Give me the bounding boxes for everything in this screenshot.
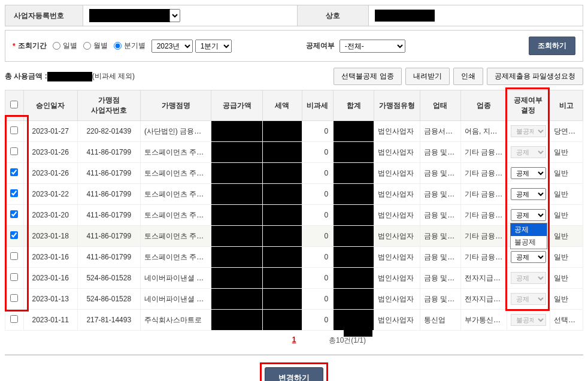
cell-kind: 기타 금융…: [460, 226, 507, 247]
cell-bizno: 411-86-01799: [77, 184, 140, 205]
pager: 1 총10건(1/1): [5, 335, 583, 344]
cell-name: 주식회사스마트로: [140, 310, 211, 331]
cell-note: 일반: [550, 184, 583, 205]
table-row: 2023-01-22411-86-01799토스페이먼츠 주식…0법인사업자금융…: [5, 184, 583, 205]
col-supply-header: 공급가액: [211, 90, 263, 121]
cell-kind: 기타 금융…: [460, 247, 507, 268]
deduct-select[interactable]: 공제불공제: [511, 125, 546, 137]
deduct-select[interactable]: 공제불공제: [511, 146, 546, 158]
col-biztype-header: 가맹점유형: [374, 90, 420, 121]
cell-category: 금융 및…: [420, 226, 460, 247]
cell-total: [334, 184, 374, 205]
deduct-filter-select[interactable]: -전체-: [340, 40, 405, 53]
biz-no-select[interactable]: [169, 9, 180, 22]
deduct-dropdown-open[interactable]: 공제 불공제: [510, 223, 547, 249]
deduct-select[interactable]: 공제불공제: [511, 251, 546, 263]
cell-category: 금융 및…: [420, 163, 460, 184]
row-checkbox[interactable]: [10, 252, 18, 260]
deduct-select[interactable]: 공제불공제: [511, 314, 546, 326]
cell-biztype: 법인사업자: [374, 184, 420, 205]
cell-note: 일반: [550, 163, 583, 184]
radio-daily[interactable]: 일별: [53, 41, 77, 51]
deduct-select[interactable]: 공제불공제: [511, 167, 546, 179]
deduct-select[interactable]: 공제불공제: [511, 293, 546, 305]
col-note-header: 비고: [550, 90, 583, 121]
select-all-checkbox[interactable]: [10, 101, 18, 108]
cell-notax: 0: [302, 226, 334, 247]
cell-notax: 0: [302, 268, 334, 289]
cell-name: 네이버파이낸셜 주…: [140, 268, 211, 289]
cell-supply: [211, 310, 263, 331]
row-checkbox[interactable]: [10, 147, 18, 155]
cell-note: 선택불…: [550, 310, 583, 331]
print-button[interactable]: 인쇄: [453, 68, 483, 85]
search-button[interactable]: 조회하기: [529, 37, 575, 55]
biz-no-value: [83, 5, 297, 26]
cell-note: 일반: [550, 289, 583, 310]
deduct-select[interactable]: 공제불공제: [511, 272, 546, 284]
row-checkbox[interactable]: [10, 126, 18, 134]
table-row: 2023-01-26411-86-01799토스페이먼츠 주식…0법인사업자금융…: [5, 142, 583, 163]
col-notax-header: 비과세: [302, 90, 334, 121]
exclude-category-button[interactable]: 선택불공제 업종: [334, 68, 401, 85]
cell-tax: [262, 247, 302, 268]
cell-deduct: 공제불공제: [507, 310, 550, 331]
row-checkbox[interactable]: [10, 168, 18, 176]
row-checkbox[interactable]: [10, 231, 18, 239]
cell-date: 2023-01-11: [23, 310, 77, 331]
apply-button[interactable]: 변경하기: [265, 367, 323, 381]
cell-deduct: 공제불공제: [507, 268, 550, 289]
cell-name: (사단법인) 금융결…: [140, 121, 211, 142]
deduct-select[interactable]: 공제불공제: [511, 209, 546, 221]
col-deduct-header: 공제여부 결정: [507, 90, 550, 121]
filegen-button[interactable]: 공제제출용 파일생성요청: [487, 68, 583, 85]
radio-monthly[interactable]: 월별: [83, 41, 108, 51]
cell-name: 토스페이먼츠 주식…: [140, 163, 211, 184]
cell-category: 금융 및…: [420, 268, 460, 289]
cell-supply: [211, 226, 263, 247]
cell-notax: 0: [302, 163, 334, 184]
total-usage-label: 총 사용금액 :: [5, 71, 47, 81]
cell-total: [334, 247, 374, 268]
cell-notax: 0: [302, 310, 334, 331]
cell-biztype: 법인사업자: [374, 142, 420, 163]
year-select[interactable]: 2023년: [151, 40, 193, 53]
cell-date: 2023-01-26: [23, 163, 77, 184]
cell-tax: [262, 121, 302, 142]
cell-name: 토스페이먼츠 주식…: [140, 247, 211, 268]
company-redacted: [375, 10, 435, 22]
row-checkbox[interactable]: [10, 273, 18, 281]
cell-tax: [262, 163, 302, 184]
row-checkbox[interactable]: [10, 210, 18, 218]
cell-total: [334, 268, 374, 289]
cell-category: 금융 및…: [420, 205, 460, 226]
download-button[interactable]: 내려받기: [405, 68, 450, 85]
quarter-select[interactable]: 1분기: [195, 40, 232, 53]
row-checkbox[interactable]: [10, 315, 18, 323]
radio-quarterly[interactable]: 분기별: [114, 41, 146, 51]
row-checkbox[interactable]: [10, 294, 18, 302]
transactions-table: 승인일자 가맹점 사업자번호 가맹점명 공급가액 세액 비과세 합계 가맹점유형…: [5, 90, 583, 331]
cell-kind: 기타 금융…: [460, 184, 507, 205]
cell-notax: 0: [302, 142, 334, 163]
cell-bizno: 411-86-01799: [77, 163, 140, 184]
cell-date: 2023-01-20: [23, 205, 77, 226]
deduct-select[interactable]: 공제불공제: [511, 188, 546, 200]
cell-date: 2023-01-13: [23, 289, 77, 310]
cell-supply: [211, 121, 263, 142]
cell-bizno: 411-86-01799: [77, 142, 140, 163]
page-current[interactable]: 1: [292, 335, 296, 344]
table-row: 2023-01-18411-86-01799토스페이먼츠 주식…0법인사업자금융…: [5, 226, 583, 247]
cell-biztype: 법인사업자: [374, 247, 420, 268]
dropdown-option-deduct[interactable]: 공제: [511, 223, 547, 236]
cell-note: 일반: [550, 142, 583, 163]
cell-tax: [262, 205, 302, 226]
dropdown-option-nodeduct[interactable]: 불공제: [511, 236, 547, 249]
cell-kind: 기타 금융…: [460, 205, 507, 226]
cell-bizno: 524-86-01528: [77, 268, 140, 289]
col-kind-header: 업종: [460, 90, 507, 121]
cell-bizno: 411-86-01799: [77, 205, 140, 226]
cell-supply: [211, 205, 263, 226]
row-checkbox[interactable]: [10, 189, 18, 197]
cell-bizno: 220-82-01439: [77, 121, 140, 142]
